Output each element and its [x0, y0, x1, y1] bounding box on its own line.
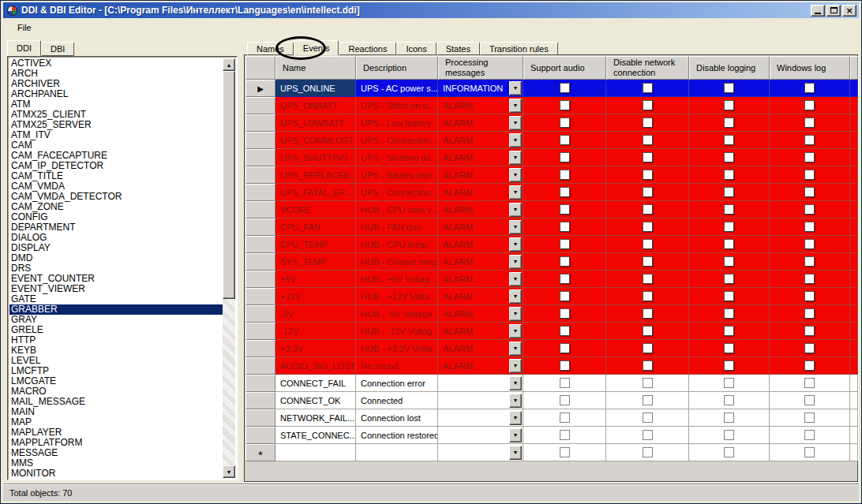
column-header-support-audio[interactable]: Support audio [523, 56, 606, 80]
row-selector[interactable] [245, 340, 275, 357]
cell-processing-messages[interactable]: INFORMATION▼ [438, 80, 523, 97]
checkbox-disable-network-connection[interactable] [643, 187, 653, 197]
cell-name[interactable]: UPS_LOWBATT [275, 114, 356, 132]
column-header-processing-messages[interactable]: Processing messages [438, 56, 523, 80]
dropdown-button[interactable]: ▼ [509, 255, 522, 269]
checkbox-disable-network-connection[interactable] [643, 378, 653, 388]
row-selector[interactable] [245, 236, 275, 253]
cell-name[interactable]: UPS_ONLINE [275, 80, 356, 97]
dropdown-button[interactable]: ▼ [509, 307, 522, 321]
list-item[interactable]: DIALOG [9, 233, 223, 243]
checkbox-support-audio[interactable] [560, 274, 570, 284]
list-item[interactable]: CAM_ZONE [9, 202, 223, 212]
cell-processing-messages[interactable]: ALARM▼ [438, 201, 523, 218]
list-item[interactable]: CAM_TITLE [9, 171, 223, 181]
checkbox-disable-logging[interactable] [724, 152, 734, 162]
checkbox-support-audio[interactable] [560, 395, 570, 405]
checkbox-windows-log[interactable] [804, 308, 815, 319]
row-selector[interactable] [245, 201, 275, 218]
row-selector[interactable] [245, 149, 275, 166]
row-selector[interactable] [245, 392, 275, 409]
checkbox-disable-logging[interactable] [724, 413, 734, 423]
dropdown-button[interactable]: ▼ [509, 289, 522, 304]
list-item[interactable]: DRS [9, 263, 223, 274]
cell-name[interactable]: NETWORK_FAIL... [275, 409, 356, 427]
checkbox-windows-log[interactable] [804, 326, 815, 336]
list-item[interactable]: MAIL_MESSAGE [9, 397, 223, 407]
cell-description[interactable]: UPS - Connection... [356, 184, 438, 201]
checkbox-support-audio[interactable] [560, 291, 570, 301]
cell-processing-messages[interactable]: ALARM▼ [438, 97, 523, 114]
cell-description[interactable]: UPS - Battery repl... [356, 166, 438, 184]
dropdown-button[interactable]: ▼ [509, 324, 522, 338]
checkbox-disable-logging[interactable] [724, 170, 734, 180]
checkbox-support-audio[interactable] [560, 135, 570, 145]
row-selector[interactable] [245, 253, 275, 271]
checkbox-disable-logging[interactable] [724, 447, 734, 457]
checkbox-windows-log[interactable] [804, 239, 815, 249]
column-header-name[interactable]: Name [275, 56, 356, 80]
cell-processing-messages[interactable]: ALARM▼ [438, 218, 523, 236]
checkbox-windows-log[interactable] [804, 204, 815, 215]
checkbox-support-audio[interactable] [560, 378, 570, 388]
checkbox-windows-log[interactable] [804, 360, 815, 371]
dropdown-button[interactable]: ▼ [509, 237, 522, 252]
checkbox-support-audio[interactable] [560, 447, 570, 457]
tab-states[interactable]: States [437, 42, 480, 55]
checkbox-disable-logging[interactable] [724, 395, 734, 405]
cell-description[interactable]: UPS - Connection... [356, 132, 438, 149]
checkbox-disable-logging[interactable] [724, 135, 734, 145]
checkbox-support-audio[interactable] [560, 430, 570, 440]
cell-name[interactable]: +12V [275, 288, 356, 305]
maximize-button[interactable] [826, 5, 841, 17]
list-item[interactable]: CONFIG [9, 212, 223, 222]
row-selector[interactable] [245, 184, 275, 201]
checkbox-support-audio[interactable] [560, 413, 570, 423]
checkbox-windows-log[interactable] [804, 256, 815, 267]
checkbox-support-audio[interactable] [560, 152, 570, 162]
cell-processing-messages[interactable]: ▼ [438, 444, 523, 461]
list-item[interactable]: MAPLAYER [9, 427, 223, 438]
cell-name[interactable]: STATE_CONNEC... [275, 427, 356, 444]
dropdown-button[interactable]: ▼ [509, 203, 522, 217]
list-item[interactable]: ARCH [9, 69, 223, 79]
dropdown-button[interactable]: ▼ [509, 220, 522, 234]
cell-description[interactable]: HUB - +5V Voltag... [356, 271, 438, 288]
list-item[interactable]: MONITOR [9, 469, 223, 478]
list-item[interactable]: ACTIVEX [9, 58, 223, 69]
checkbox-windows-log[interactable] [804, 170, 815, 180]
cell-description[interactable]: Connection restored [356, 427, 438, 444]
list-item[interactable]: KEYB [9, 345, 223, 356]
checkbox-windows-log[interactable] [804, 222, 815, 232]
checkbox-disable-logging[interactable] [724, 83, 734, 93]
cell-description[interactable]: UPS - Stitch on b... [356, 97, 438, 114]
row-selector[interactable] [245, 132, 275, 149]
cell-description[interactable]: HUB - +3.3V Volta... [356, 340, 438, 357]
cell-name[interactable]: -5V [275, 305, 356, 323]
checkbox-windows-log[interactable] [804, 135, 815, 145]
checkbox-support-audio[interactable] [560, 222, 570, 232]
cell-name[interactable]: CPU_TEMP [275, 236, 356, 253]
dropdown-button[interactable]: ▼ [509, 99, 522, 113]
row-selector[interactable] [245, 323, 275, 340]
dropdown-button[interactable]: ▼ [509, 394, 522, 408]
checkbox-windows-log[interactable] [804, 395, 815, 405]
checkbox-disable-logging[interactable] [724, 430, 734, 440]
cell-name[interactable]: -12V [275, 323, 356, 340]
dropdown-button[interactable]: ▼ [509, 133, 522, 147]
checkbox-disable-logging[interactable] [724, 222, 734, 232]
menu-file[interactable]: File [13, 21, 36, 35]
dropdown-button[interactable]: ▼ [509, 116, 522, 130]
dropdown-button[interactable]: ▼ [509, 376, 522, 390]
table-corner-header[interactable] [245, 56, 275, 80]
cell-description[interactable]: UPS - Low battery [356, 114, 438, 132]
list-item[interactable]: MACRO [9, 386, 223, 397]
list-item[interactable]: CAM_VMDA [9, 181, 223, 192]
checkbox-windows-log[interactable] [804, 413, 815, 423]
list-item[interactable]: ATMX25_SERVER [9, 120, 223, 130]
column-header-windows-log[interactable]: Windows log [770, 56, 850, 80]
column-header-disable-network-connection[interactable]: Disable network connection [606, 56, 689, 80]
cell-name[interactable]: UPS_COMMLOST [275, 132, 356, 149]
list-scrollbar[interactable]: ▲ ▼ [223, 58, 235, 478]
cell-description[interactable]: HUB - CPU core v... [356, 201, 438, 218]
